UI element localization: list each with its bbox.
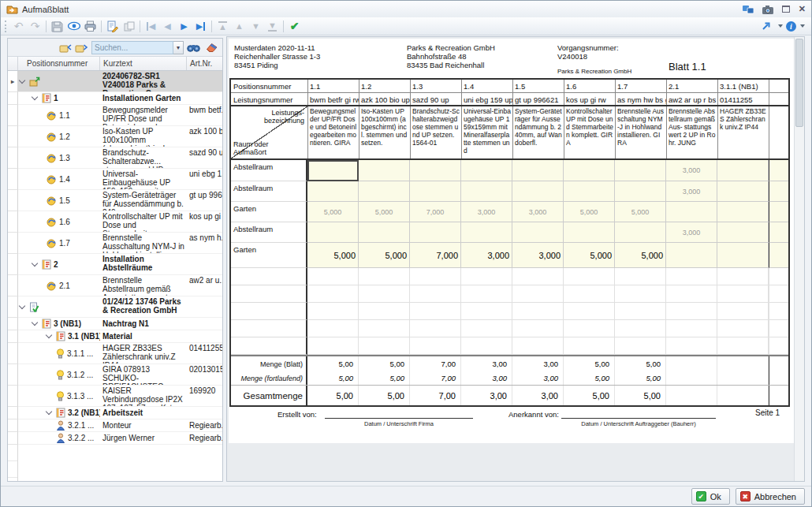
measure-cell[interactable] (666, 337, 717, 355)
measure-cell[interactable] (564, 303, 615, 320)
measure-cell[interactable] (666, 243, 717, 268)
measure-cell[interactable] (717, 337, 769, 355)
maximize-icon[interactable] (782, 3, 790, 15)
info-caret-icon[interactable] (800, 24, 805, 28)
preview-eye-button[interactable] (65, 19, 82, 34)
measure-cell[interactable]: 5,000 (359, 243, 410, 268)
measure-cell[interactable] (666, 202, 717, 222)
tree-row[interactable]: ▸ 2.1 Brennstelle Abs (8, 275, 222, 296)
measure-cell[interactable] (461, 320, 512, 337)
tree-row[interactable]: ▸ 1.1 Bewegungsmelder (8, 105, 222, 126)
measure-cell[interactable] (512, 303, 564, 320)
measure-cell[interactable] (410, 303, 461, 320)
measure-cell[interactable] (410, 285, 461, 303)
measure-cell[interactable] (461, 337, 512, 355)
nav-first-button[interactable]: ◀ (143, 19, 159, 34)
measure-cell[interactable] (564, 320, 615, 337)
measure-cell[interactable] (410, 268, 461, 285)
tree-row[interactable]: ▸ 3 (NB1) Nachtrag N1 (8, 318, 222, 330)
expand-all-icon[interactable] (73, 40, 89, 54)
redo-button[interactable]: ↷ (27, 19, 43, 34)
measure-cell[interactable]: 7,000 (410, 202, 461, 222)
scrollbar-thumb[interactable] (795, 39, 803, 127)
col-positionsnummer[interactable]: Positionsnummer (18, 57, 100, 70)
measure-cell[interactable] (717, 222, 769, 243)
vertical-scrollbar[interactable] (794, 37, 804, 481)
measure-cell[interactable]: 3,000 (666, 160, 717, 181)
measure-cell[interactable] (717, 181, 769, 202)
measure-cell[interactable] (512, 181, 564, 202)
measure-cell[interactable] (717, 303, 769, 320)
measure-cell[interactable] (410, 222, 461, 243)
tree-row[interactable]: ▸ 3.1.2 ... GIRA 0789 (8, 364, 222, 386)
measure-cell[interactable] (307, 160, 359, 181)
measure-cell[interactable]: 5,000 (307, 202, 359, 222)
copy-sheet-button[interactable] (121, 19, 137, 34)
close-icon[interactable]: ✕ (799, 3, 806, 15)
measure-cell[interactable]: 5,000 (615, 243, 666, 268)
save-button[interactable] (49, 19, 65, 34)
ok-button[interactable]: ✔ Ok (691, 488, 730, 505)
tree-row[interactable]: ▸ 2 Installation Abst (8, 254, 222, 275)
measure-cell[interactable] (666, 320, 717, 337)
measure-cell[interactable] (666, 303, 717, 320)
measure-cell[interactable] (512, 160, 564, 181)
measure-cell[interactable] (410, 181, 461, 202)
measure-cell[interactable]: 3,000 (461, 243, 512, 268)
measure-cell[interactable]: 5,000 (564, 243, 615, 268)
measure-cell[interactable] (359, 222, 410, 243)
measure-cell[interactable] (564, 337, 615, 355)
clear-filter-eraser-icon[interactable] (203, 40, 220, 54)
measure-cell[interactable] (359, 303, 410, 320)
measure-cell[interactable] (307, 268, 359, 285)
search-input[interactable] (91, 41, 173, 54)
measure-cell[interactable]: 5,000 (359, 202, 410, 222)
measure-cell[interactable] (461, 222, 512, 243)
search-options-caret[interactable]: ▾ (173, 41, 184, 54)
tree-row[interactable]: ▸ 01/24/12 13746 Par (8, 296, 222, 318)
move-up-button[interactable]: ▲ (231, 19, 248, 34)
nav-prev-button[interactable]: ◀ (159, 19, 176, 34)
tree-row[interactable]: ▸ 3.1.3 ... KAISER Ve (8, 386, 222, 407)
tree-row[interactable]: ▸ 1.5 System-Gerätetr (8, 190, 222, 211)
measure-cell[interactable] (564, 181, 615, 202)
tree-row[interactable]: ▸ 202406782-SR1 V240 (8, 71, 222, 92)
nav-next-button[interactable]: ▶ (176, 19, 192, 34)
measure-cell[interactable] (461, 285, 512, 303)
cancel-button[interactable]: ✖ Abbrechen (736, 488, 805, 505)
measure-cell[interactable] (666, 268, 717, 285)
measure-cell[interactable]: 3,000 (666, 181, 717, 202)
measure-cell[interactable] (410, 337, 461, 355)
measure-cell[interactable] (461, 160, 512, 181)
measure-cell[interactable]: 5,000 (615, 202, 666, 222)
measure-cell[interactable] (564, 285, 615, 303)
tree-row[interactable]: ▸ 3.1 (NB1) Material (8, 330, 222, 343)
measure-cell[interactable] (717, 285, 769, 303)
move-down-button[interactable]: ▼ (248, 19, 264, 34)
measure-cell[interactable] (307, 303, 359, 320)
info-icon[interactable]: i (786, 21, 796, 32)
measure-cell[interactable]: 3,000 (512, 243, 564, 268)
measure-cell[interactable] (666, 285, 717, 303)
measure-cell[interactable] (307, 222, 359, 243)
tree-row[interactable]: ▸ 1.2 Iso-Kasten UP 1 (8, 126, 222, 147)
camera-icon[interactable] (762, 3, 773, 15)
export-caret-icon[interactable] (778, 24, 783, 28)
tree-row[interactable]: ▸ 3.2.2 ... Jürgen We (8, 432, 222, 445)
chevron-down-icon[interactable] (19, 302, 25, 308)
measure-cell[interactable] (615, 222, 666, 243)
collapse-all-icon[interactable] (58, 40, 73, 54)
chevron-down-icon[interactable] (46, 332, 52, 338)
theme-windows-icon[interactable] (743, 3, 754, 15)
measure-cell[interactable] (615, 320, 666, 337)
measure-cell[interactable] (359, 160, 410, 181)
binoculars-search-icon[interactable] (185, 40, 202, 54)
measure-cell[interactable] (564, 222, 615, 243)
measure-cell[interactable] (512, 285, 564, 303)
tree-row[interactable]: ▸ 3.2 (NB1) Arbeitsze (8, 407, 222, 419)
chevron-down-icon[interactable] (32, 94, 38, 100)
measure-cell[interactable] (359, 320, 410, 337)
measure-cell[interactable] (359, 285, 410, 303)
measure-cell[interactable] (615, 285, 666, 303)
measure-cell[interactable] (359, 268, 410, 285)
